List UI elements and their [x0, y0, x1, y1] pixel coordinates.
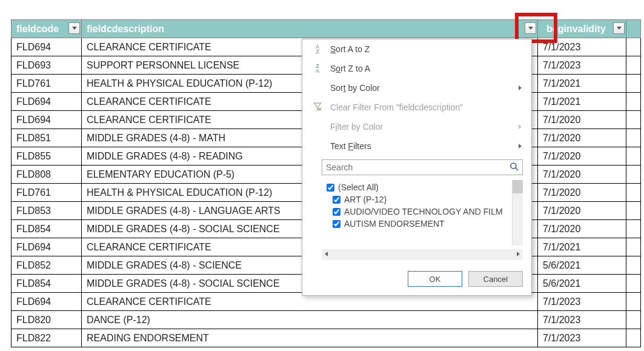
cell-beginvalidity[interactable]: 7/1/2020	[538, 184, 626, 202]
cell-extra[interactable]	[626, 56, 641, 75]
table-row[interactable]: FLD820DANCE (P-12)7/1/2023	[12, 311, 641, 329]
cell-beginvalidity[interactable]: 7/1/2023	[538, 311, 626, 329]
cell-beginvalidity[interactable]: 7/1/2020	[538, 129, 626, 147]
filter-button-fieldcdescription[interactable]	[525, 22, 536, 34]
select-all-item[interactable]: (Select All)	[324, 181, 510, 193]
cell-extra[interactable]	[626, 293, 641, 311]
cell-beginvalidity[interactable]: 7/1/2023	[538, 293, 626, 311]
cell-extra[interactable]	[626, 75, 641, 93]
cell-extra[interactable]	[626, 329, 641, 347]
autofilter-popup: AZ Sort A to Z ZA Sort Z to A Sort by Co…	[302, 39, 532, 296]
cell-fieldcode[interactable]: FLD820	[12, 311, 82, 329]
search-input[interactable]	[322, 159, 523, 175]
button-row: OK Cancel	[302, 266, 531, 295]
header-beginvalidity[interactable]: beginvalidity	[538, 20, 626, 38]
text-filters[interactable]: Text Filters	[302, 136, 531, 156]
cell-fieldcode[interactable]: FLD852	[12, 256, 82, 275]
clear-filter: Clear Filter From "fieldcdescription"	[302, 98, 531, 117]
cancel-label: Cancel	[483, 275, 508, 284]
filter-values-list[interactable]: (Select All) ART (P-12) AUDIO/VIDEO TECH…	[322, 180, 512, 246]
filter-value-checkbox[interactable]	[333, 220, 340, 228]
cell-fieldcode[interactable]: FLD854	[12, 275, 82, 293]
cell-fieldcdescription[interactable]: DANCE (P-12)	[82, 311, 538, 329]
header-fieldcode[interactable]: fieldcode	[12, 20, 82, 38]
sort-az-icon: AZ	[312, 44, 323, 54]
sort-by-color[interactable]: Sort by Color	[302, 78, 531, 98]
sort-a-to-z[interactable]: AZ Sort A to Z	[302, 39, 531, 59]
cell-beginvalidity[interactable]: 7/1/2023	[538, 56, 626, 75]
svg-point-0	[511, 163, 516, 169]
cell-fieldcode[interactable]: FLD693	[12, 56, 82, 75]
cell-extra[interactable]	[626, 220, 641, 238]
vertical-scrollbar[interactable]	[512, 180, 523, 246]
scroll-right-icon	[517, 252, 520, 256]
header-fieldcdescription[interactable]: fieldcdescription	[82, 20, 538, 38]
cell-extra[interactable]	[626, 256, 641, 275]
cell-beginvalidity[interactable]: 7/1/2020	[538, 111, 626, 129]
header-extra	[626, 20, 641, 38]
cell-extra[interactable]	[626, 147, 641, 165]
cell-fieldcode[interactable]: FLD694	[12, 93, 82, 111]
chevron-down-icon	[72, 27, 77, 30]
cell-extra[interactable]	[626, 93, 641, 111]
cell-extra[interactable]	[626, 275, 641, 293]
cell-beginvalidity[interactable]: 5/6/2021	[538, 256, 626, 275]
cell-fieldcode[interactable]: FLD761	[12, 184, 82, 202]
cell-extra[interactable]	[626, 38, 641, 56]
cell-fieldcode[interactable]: FLD855	[12, 147, 82, 165]
cell-beginvalidity[interactable]: 7/1/2020	[538, 165, 626, 184]
cell-fieldcode[interactable]: FLD808	[12, 165, 82, 184]
cell-extra[interactable]	[626, 165, 641, 184]
chevron-down-icon	[528, 27, 533, 30]
table-row[interactable]: FLD822READING ENDORSEMENT7/1/2023	[12, 329, 641, 347]
header-label-beginvalidity: beginvalidity	[543, 24, 606, 34]
cell-beginvalidity[interactable]: 7/1/2023	[538, 329, 626, 347]
filter-value-item[interactable]: ART (P-12)	[324, 193, 510, 206]
cell-extra[interactable]	[626, 311, 641, 329]
cancel-button[interactable]: Cancel	[468, 271, 523, 287]
search-icon	[510, 162, 519, 172]
filter-button-fieldcode[interactable]	[68, 22, 80, 34]
text-filters-label: Text Filters	[330, 141, 371, 151]
cell-beginvalidity[interactable]: 7/1/2020	[538, 147, 626, 165]
cell-fieldcdescription[interactable]: READING ENDORSEMENT	[82, 329, 538, 347]
cell-beginvalidity[interactable]: 7/1/2023	[538, 38, 626, 56]
header-row: fieldcode fieldcdescription beginvalidit…	[12, 20, 641, 38]
cell-fieldcode[interactable]: FLD851	[12, 129, 82, 147]
cell-beginvalidity[interactable]: 7/1/2021	[538, 93, 626, 111]
horizontal-scrollbar[interactable]	[322, 249, 523, 260]
cell-fieldcode[interactable]: FLD761	[12, 75, 82, 93]
cell-extra[interactable]	[626, 238, 641, 256]
filter-value-item[interactable]: AUDIO/VIDEO TECHNOLOGY AND FILM	[324, 206, 510, 218]
chevron-down-icon	[617, 27, 622, 30]
filter-value-label: AUDIO/VIDEO TECHNOLOGY AND FILM	[344, 207, 503, 216]
chevron-right-icon	[519, 144, 522, 149]
sort-z-to-a[interactable]: ZA Sort Z to A	[302, 59, 531, 78]
cell-beginvalidity[interactable]: 7/1/2021	[538, 75, 626, 93]
cell-extra[interactable]	[626, 184, 641, 202]
cell-fieldcode[interactable]: FLD694	[12, 293, 82, 311]
cell-extra[interactable]	[626, 111, 641, 129]
cell-beginvalidity[interactable]: 7/1/2020	[538, 220, 626, 238]
cell-fieldcode[interactable]: FLD853	[12, 202, 82, 220]
cell-beginvalidity[interactable]: 5/6/2021	[538, 275, 626, 293]
filter-value-checkbox[interactable]	[333, 196, 340, 204]
filter-by-color: Filter by Color	[302, 117, 531, 136]
ok-button[interactable]: OK	[408, 271, 462, 287]
select-all-checkbox[interactable]	[327, 184, 334, 192]
cell-extra[interactable]	[626, 129, 641, 147]
cell-fieldcode[interactable]: FLD694	[12, 111, 82, 129]
chevron-right-icon	[519, 85, 522, 90]
ok-label: OK	[430, 275, 441, 284]
cell-fieldcode[interactable]: FLD822	[12, 329, 82, 347]
cell-fieldcode[interactable]: FLD694	[12, 38, 82, 56]
filter-button-beginvalidity[interactable]	[613, 22, 625, 34]
scrollbar-thumb[interactable]	[513, 180, 523, 193]
cell-beginvalidity[interactable]: 7/1/2020	[538, 202, 626, 220]
cell-fieldcode[interactable]: FLD694	[12, 238, 82, 256]
cell-beginvalidity[interactable]: 7/1/2021	[538, 238, 626, 256]
cell-extra[interactable]	[626, 202, 641, 220]
filter-value-checkbox[interactable]	[333, 208, 340, 216]
filter-value-item[interactable]: AUTISM ENDORSEMENT	[324, 218, 510, 230]
cell-fieldcode[interactable]: FLD854	[12, 220, 82, 238]
